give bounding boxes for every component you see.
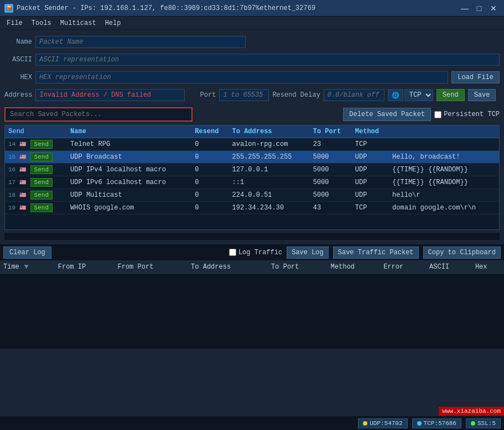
row-number: 16 <box>8 166 15 173</box>
watermark: www.xiazaiba.com <box>439 407 504 416</box>
protocol-select[interactable]: TCP UDP SSL <box>404 89 433 101</box>
row-method: TCP <box>352 138 389 151</box>
row-send-button[interactable]: Send <box>30 203 53 212</box>
log-toolbar: Clear Log Log Traffic Save Log Save Traf… <box>0 244 504 261</box>
row-resend: 0 <box>191 202 228 214</box>
menu-help[interactable]: Help <box>101 18 126 28</box>
row-method: UDP <box>352 164 389 176</box>
row-send-cell: 17 🇺🇸 Send <box>5 176 67 189</box>
log-col-from-port: From Port <box>115 261 188 274</box>
col-name: Name <box>67 125 191 138</box>
send-button[interactable]: Send <box>437 89 465 101</box>
table-row: 18 🇺🇸 Send UDP Multicast 0 224.0.0.51 50… <box>5 189 499 202</box>
persistent-tcp-checkbox[interactable] <box>434 111 441 118</box>
tcp-status-badge: TCP:57686 <box>412 418 461 428</box>
row-resend: 0 <box>191 176 228 189</box>
table-row: 14 🇺🇸 Send Telnet RPG 0 avalon-rpg.com 2… <box>5 138 499 151</box>
ascii-label: ASCII <box>4 56 32 64</box>
row-number: 15 <box>8 154 15 160</box>
address-input[interactable] <box>35 89 185 101</box>
tcp-dot <box>417 421 422 426</box>
row-send-button[interactable]: Send <box>30 165 53 174</box>
search-row: Delete Saved Packet Persistent TCP <box>4 107 500 122</box>
name-input[interactable] <box>35 36 246 48</box>
row-to-port: 5000 <box>310 189 352 202</box>
row-name: UDP IPv4 localhost macro <box>67 164 191 176</box>
packet-table: Send Name Resend To Address To Port Meth… <box>5 125 499 214</box>
search-input[interactable] <box>4 107 193 122</box>
ssl-dot <box>471 421 475 426</box>
menu-file[interactable]: File <box>2 18 27 28</box>
row-to-port: 43 <box>310 202 352 214</box>
minimize-button[interactable]: — <box>459 2 471 14</box>
delay-input[interactable] <box>324 89 385 101</box>
row-to-address: 255.255.255.255 <box>229 151 310 164</box>
row-to-address: avalon-rpg.com <box>229 138 310 151</box>
app-icon: 📦 <box>4 4 13 13</box>
close-button[interactable]: ✕ <box>487 2 500 14</box>
clear-log-button[interactable]: Clear Log <box>3 247 51 259</box>
row-send-button[interactable]: Send <box>30 140 53 149</box>
packet-table-wrapper: Send Name Resend To Address To Port Meth… <box>4 125 500 230</box>
row-send-cell: 15 🇺🇸 Send <box>5 151 67 164</box>
row-to-port: 5000 <box>310 164 352 176</box>
titlebar-controls: — □ ✕ <box>459 2 500 14</box>
address-label: Address <box>4 91 32 99</box>
row-number: 14 <box>8 141 15 148</box>
port-input[interactable] <box>219 89 269 101</box>
row-ascii <box>389 138 499 151</box>
log-traffic-checkbox[interactable] <box>229 249 236 256</box>
ascii-row: ASCII <box>4 52 500 67</box>
row-number: 18 <box>8 192 15 198</box>
row-name: WHOIS google.com <box>67 202 191 214</box>
persistent-tcp-label: Persistent TCP <box>444 111 500 118</box>
row-resend: 0 <box>191 138 228 151</box>
row-to-port: 5000 <box>310 151 352 164</box>
row-method: UDP <box>352 189 389 202</box>
row-resend: 0 <box>191 151 228 164</box>
row-number: 19 <box>8 204 15 211</box>
address-row: Address Port Resend Delay 🌐 TCP UDP SSL … <box>4 87 500 103</box>
row-send-button[interactable]: Send <box>30 178 53 187</box>
protocol-icon: 🌐 <box>388 89 403 101</box>
flag-icon: 🇺🇸 <box>19 192 26 198</box>
port-label: Port <box>188 91 216 99</box>
log-col-time: Time ▼ <box>0 261 55 274</box>
ascii-input[interactable] <box>35 54 500 66</box>
log-col-from-ip: From IP <box>55 261 115 274</box>
row-send-cell: 19 🇺🇸 Send <box>5 202 67 214</box>
load-file-button[interactable]: Load File <box>451 71 500 83</box>
row-send-button[interactable]: Send <box>30 191 53 200</box>
log-col-method: Method <box>328 261 380 274</box>
log-table-wrapper: Time ▼ From IP From Port To Address To P… <box>0 261 504 349</box>
row-name: Telnet RPG <box>67 138 191 151</box>
row-send-cell: 16 🇺🇸 Send <box>5 164 67 176</box>
save-traffic-button[interactable]: Save Traffic Packet <box>333 247 419 259</box>
save-button[interactable]: Save <box>468 89 496 101</box>
row-to-address: 224.0.0.51 <box>229 189 310 202</box>
row-ascii: {{TIME}} {{RANDOM}} <box>389 164 499 176</box>
copy-clipboard-button[interactable]: Copy to Clipboard <box>423 247 501 259</box>
horizontal-scrollbar[interactable] <box>4 232 500 240</box>
menu-multicast[interactable]: Multicast <box>56 18 101 28</box>
row-number: 17 <box>8 179 15 186</box>
row-send-cell: 14 🇺🇸 Send <box>5 138 67 151</box>
row-to-address: ::1 <box>229 176 310 189</box>
flag-icon: 🇺🇸 <box>19 205 26 211</box>
row-name: UDP Broadcast <box>67 151 191 164</box>
flag-icon: 🇺🇸 <box>19 141 26 148</box>
menubar: File Tools Multicast Help <box>0 17 504 30</box>
row-send-button[interactable]: Send <box>30 153 53 161</box>
ssl-status-badge: SSL:5 <box>466 418 501 428</box>
delete-saved-packet-button[interactable]: Delete Saved Packet <box>343 108 431 121</box>
flag-icon: 🇺🇸 <box>19 167 26 173</box>
table-row: 16 🇺🇸 Send UDP IPv4 localhost macro 0 12… <box>5 164 499 176</box>
menu-tools[interactable]: Tools <box>27 18 56 28</box>
row-ascii: hello\r <box>389 189 499 202</box>
row-resend: 0 <box>191 164 228 176</box>
hex-input[interactable] <box>35 71 448 83</box>
save-log-button[interactable]: Save Log <box>287 247 329 259</box>
log-section: Clear Log Log Traffic Save Log Save Traf… <box>0 244 504 349</box>
maximize-button[interactable]: □ <box>473 2 485 14</box>
hex-label: HEX <box>4 74 32 81</box>
